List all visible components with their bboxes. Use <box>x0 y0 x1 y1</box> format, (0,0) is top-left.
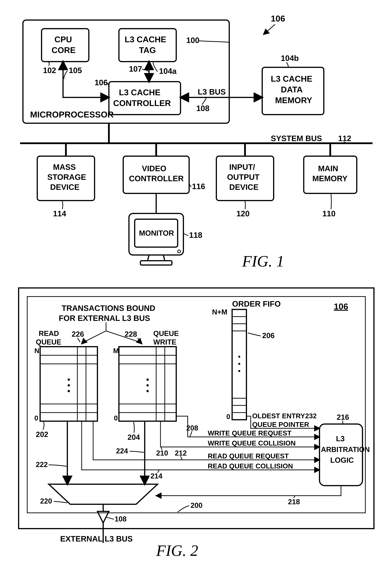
svg-text:OUTPUT: OUTPUT <box>227 173 259 181</box>
ref-110: 110 <box>322 209 336 218</box>
ref-214: 214 <box>150 472 163 480</box>
svg-text:CPU: CPU <box>55 35 72 44</box>
ref-220: 220 <box>40 497 52 505</box>
ref-222: 222 <box>36 460 48 469</box>
svg-text:QUEUE: QUEUE <box>36 338 61 346</box>
svg-rect-34 <box>40 347 98 421</box>
svg-point-55 <box>146 378 149 381</box>
figure-2: 106 TRANSACTIONS BOUND FOR EXTERNAL L3 B… <box>19 288 374 559</box>
svg-text:DEVICE: DEVICE <box>50 183 80 192</box>
svg-point-28 <box>178 250 181 253</box>
svg-text:M: M <box>113 347 119 355</box>
svg-point-56 <box>146 384 149 387</box>
svg-point-42 <box>68 384 70 387</box>
svg-text:WRITE QUEUE COLLISION: WRITE QUEUE COLLISION <box>208 439 295 447</box>
ref-108: 108 <box>196 104 210 113</box>
svg-text:N+M: N+M <box>212 308 227 316</box>
ref-216: 216 <box>337 413 349 421</box>
svg-text:INPUT/: INPUT/ <box>229 163 255 171</box>
svg-rect-48 <box>119 347 176 421</box>
svg-text:READ: READ <box>39 330 59 337</box>
ref-107: 107 <box>129 65 142 73</box>
ref-228: 228 <box>125 330 137 338</box>
svg-text:CONTROLLER: CONTROLLER <box>113 98 171 108</box>
svg-text:READ QUEUE COLLISION: READ QUEUE COLLISION <box>208 462 293 470</box>
svg-point-67 <box>238 356 240 358</box>
svg-text:N: N <box>34 347 39 355</box>
svg-text:L3 CACHE: L3 CACHE <box>271 74 312 83</box>
svg-text:MASS: MASS <box>53 163 76 171</box>
ref-116: 116 <box>192 182 205 191</box>
l3-bus-label: L3 BUS <box>198 87 226 96</box>
ref-112: 112 <box>338 134 351 143</box>
ref-118: 118 <box>189 231 202 239</box>
svg-point-41 <box>68 378 70 381</box>
mux <box>49 484 158 504</box>
ref-105: 105 <box>69 66 82 75</box>
svg-text:TAG: TAG <box>139 45 156 55</box>
l3-cache-controller-box <box>109 82 181 115</box>
l3-arbitration-logic-box <box>320 424 363 486</box>
svg-text:DATA: DATA <box>281 85 303 94</box>
l3-cache-tag-box <box>119 29 176 62</box>
ref-218: 218 <box>288 498 300 506</box>
svg-text:MONITOR: MONITOR <box>139 229 174 237</box>
svg-text:MEMORY: MEMORY <box>312 174 348 183</box>
ref-106: 106 <box>95 78 108 87</box>
ref-200: 200 <box>191 501 202 509</box>
ref-120: 120 <box>237 209 250 218</box>
svg-text:DEVICE: DEVICE <box>229 183 259 192</box>
figure-1-label: FIG. 1 <box>242 252 284 270</box>
ref-226: 226 <box>72 330 84 338</box>
cpu-core-box <box>42 29 89 62</box>
svg-text:WRITE: WRITE <box>153 338 176 346</box>
order-fifo-label: ORDER FIFO <box>232 299 281 308</box>
svg-text:READ QUEUE REQUEST: READ QUEUE REQUEST <box>208 452 289 460</box>
ref-204: 204 <box>127 433 140 441</box>
svg-rect-29 <box>140 261 172 265</box>
svg-text:LOGIC: LOGIC <box>330 456 354 464</box>
svg-text:0: 0 <box>114 414 118 422</box>
fig2-outer-box <box>19 288 374 529</box>
fig2-inner-box <box>27 297 365 513</box>
ref-104b: 104b <box>281 54 299 63</box>
svg-text:TRANSACTIONS BOUND: TRANSACTIONS BOUND <box>62 304 155 313</box>
svg-text:MEMORY: MEMORY <box>275 96 312 105</box>
read-queue <box>40 347 98 421</box>
ref-102: 102 <box>43 66 56 75</box>
svg-text:VIDEO: VIDEO <box>142 164 166 173</box>
ref-106-top: 106 <box>271 14 285 23</box>
ref-106-fig2: 106 <box>334 302 348 311</box>
svg-point-57 <box>146 390 149 392</box>
order-fifo <box>232 309 246 420</box>
svg-text:CORE: CORE <box>52 45 76 55</box>
svg-point-68 <box>238 363 240 365</box>
ref-210: 210 <box>156 449 168 457</box>
ref-206: 206 <box>262 331 275 340</box>
ref-100: 100 <box>186 36 199 45</box>
system-bus-label: SYSTEM BUS <box>271 134 322 143</box>
svg-point-43 <box>68 390 70 392</box>
ref-108-fig2: 108 <box>115 515 126 523</box>
figure-2-label: FIG. 2 <box>156 542 198 559</box>
svg-text:L3 CACHE: L3 CACHE <box>125 35 166 44</box>
svg-text:MAIN: MAIN <box>318 164 338 173</box>
ref-224: 224 <box>116 447 128 455</box>
ref-202: 202 <box>36 430 48 439</box>
svg-text:L3 CACHE: L3 CACHE <box>119 88 160 97</box>
svg-text:OLDEST ENTRY: OLDEST ENTRY <box>252 412 305 420</box>
svg-text:ARBITRATION: ARBITRATION <box>321 445 370 454</box>
figure-1: MICROPROCESSOR 106 CPU CORE 102 L3 CACHE… <box>20 14 373 270</box>
svg-point-69 <box>238 370 240 372</box>
monitor-icon: MONITOR <box>129 194 183 265</box>
svg-text:0: 0 <box>34 414 38 422</box>
svg-text:STORAGE: STORAGE <box>47 173 86 181</box>
microprocessor-label: MICROPROCESSOR <box>30 110 114 119</box>
diagram-canvas: MICROPROCESSOR 106 CPU CORE 102 L3 CACHE… <box>6 6 386 562</box>
svg-text:0: 0 <box>226 413 230 420</box>
svg-text:CONTROLLER: CONTROLLER <box>129 174 184 183</box>
svg-text:QUEUE: QUEUE <box>153 330 179 337</box>
svg-text:FOR EXTERNAL L3 BUS: FOR EXTERNAL L3 BUS <box>59 314 150 323</box>
ref-208: 208 <box>186 424 198 432</box>
ref-114: 114 <box>53 209 66 218</box>
